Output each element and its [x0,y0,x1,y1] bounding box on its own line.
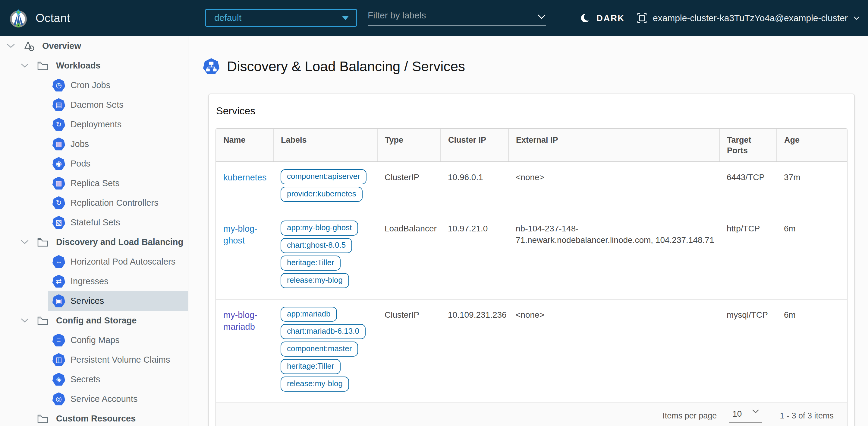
sidebar-item-workloads[interactable]: Workloads [0,56,188,76]
sidebar-item-label: Pods [70,159,90,169]
chevron-down-icon[interactable] [537,10,546,22]
theme-toggle-button[interactable]: DARK [580,0,625,36]
persistent-volume-claims-icon: ◫ [52,353,66,367]
sidebar-item-stateful-sets[interactable]: ▧ Stateful Sets [48,213,188,232]
sidebar-item-config-maps[interactable]: ≡ Config Maps [48,330,188,350]
sidebar-item-ingresses[interactable]: ⇄ Ingresses [48,272,188,291]
service-name-link[interactable]: my-blog-mariadb [223,310,257,332]
type-cell: LoadBalancer [377,213,441,299]
sidebar-item-label: Stateful Sets [70,218,120,227]
sidebar-item-horizontal-pod-autoscalers[interactable]: ⇔ Horizontal Pod Autoscalers [48,252,188,272]
label-pill[interactable]: app:my-blog-ghost [281,221,358,236]
sidebar-item-label: Workloads [56,61,101,70]
jobs-icon: ▦ [52,137,66,151]
deployments-icon: ↻ [52,118,66,132]
overview-icon [22,40,36,52]
label-pill[interactable]: chart:ghost-8.0.5 [281,238,352,253]
folder-icon [36,237,50,247]
column-header-type: Type [377,129,441,162]
sidebar-item-label: Services [70,296,104,306]
sidebar-item-label: Custom Resources [56,414,135,424]
chevron-down-icon[interactable] [19,318,31,323]
label-pill[interactable]: component:apiserver [281,169,367,184]
services-table: NameLabelsTypeCluster IPExternal IPTarge… [216,129,847,402]
sidebar-item-services[interactable]: ▣ Services [48,291,188,311]
external-ip-cell: <none> [508,299,719,402]
label-pill[interactable]: release:my-blog [281,376,349,392]
cluster-selector[interactable]: example-cluster-ka3TuTzYo4a@example-clus… [637,0,860,36]
namespace-select[interactable]: default [205,9,357,27]
table-row: my-blog-mariadb app:mariadbchart:mariadb… [216,299,847,402]
sidebar-item-config-and-storage[interactable]: Config and Storage [0,311,188,330]
chevron-down-icon[interactable] [19,239,31,245]
cluster-ip-cell: 10.96.0.1 [441,162,508,213]
age-cell: 6m [777,213,847,299]
sidebar-item-jobs[interactable]: ▦ Jobs [48,134,188,154]
cluster-ip-cell: 10.97.21.0 [441,213,508,299]
table-row: my-blog-ghost app:my-blog-ghostchart:gho… [216,213,847,299]
sidebar: Overview Workloads [0,36,188,426]
sidebar-item-overview[interactable]: Overview [0,36,188,56]
label-filter-input[interactable] [368,10,537,21]
label-pill[interactable]: heritage:Tiller [281,256,341,271]
label-pill[interactable]: component:master [281,342,358,357]
sidebar-item-label: Replica Sets [70,178,120,188]
service-accounts-icon: ◎ [52,392,66,406]
sidebar-item-custom-resources[interactable]: Custom Resources [0,409,188,426]
sidebar-item-deployments[interactable]: ↻ Deployments [48,115,188,134]
label-pill[interactable]: provider:kubernetes [281,187,363,202]
folder-icon [36,316,50,325]
sidebar-item-label: Config and Storage [56,316,136,325]
sidebar-item-label: Config Maps [70,335,120,345]
chevron-down-icon [752,409,759,414]
sidebar-item-label: Daemon Sets [70,100,124,110]
label-pill[interactable]: chart:mariadb-6.13.0 [281,324,366,339]
sidebar-item-label: Jobs [70,139,89,149]
sidebar-item-label: Ingresses [70,276,108,286]
items-per-page-value: 10 [733,409,742,419]
theme-toggle-label: DARK [596,13,625,23]
target-ports-cell: mysql/TCP [719,299,777,402]
sidebar-item-replica-sets[interactable]: ▥ Replica Sets [48,173,188,193]
stateful-sets-icon: ▧ [52,216,66,230]
sidebar-item-replication-controllers[interactable]: ↻ Replication Controllers [48,193,188,213]
sidebar-item-secrets[interactable]: ◈ Secrets [48,370,188,389]
sidebar-item-service-accounts[interactable]: ◎ Service Accounts [48,389,188,409]
chevron-down-icon[interactable] [19,63,31,68]
table-header-row: NameLabelsTypeCluster IPExternal IPTarge… [216,129,847,162]
column-header-target-ports: Target Ports [719,129,777,162]
sidebar-item-discovery-and-load-balancing[interactable]: Discovery and Load Balancing [0,232,188,252]
sidebar-item-label: Horizontal Pod Autoscalers [70,257,176,267]
age-cell: 6m [777,299,847,402]
column-header-age: Age [777,129,847,162]
service-name-link[interactable]: kubernetes [223,173,267,182]
sidebar-item-daemon-sets[interactable]: ▤ Daemon Sets [48,95,188,115]
secrets-icon: ◈ [52,373,66,387]
label-pill[interactable]: release:my-blog [281,273,349,288]
items-per-page-select[interactable]: 10 [730,409,762,423]
services-icon [203,58,220,75]
sidebar-item-cron-jobs[interactable]: ◷ Cron Jobs [48,76,188,95]
ingresses-icon: ⇄ [52,275,66,288]
chevron-down-icon[interactable] [5,44,17,49]
cron-jobs-icon: ◷ [52,79,66,92]
sidebar-item-label: Deployments [70,119,121,130]
octant-logo [8,8,28,28]
sidebar-item-label: Service Accounts [70,394,137,404]
service-name-link[interactable]: my-blog-ghost [223,224,257,245]
labels-cell: component:apiserverprovider:kubernetes [273,162,377,213]
namespace-value: default [214,13,241,23]
labels-cell: app:mariadbchart:mariadb-6.13.0component… [273,299,377,402]
label-pill[interactable]: app:mariadb [281,307,337,322]
label-pill[interactable]: heritage:Tiller [281,359,341,374]
cluster-ip-cell: 10.109.231.236 [441,299,508,402]
sidebar-item-label: Overview [42,41,81,51]
sidebar-item-label: Secrets [70,374,100,385]
card-title: Services [209,94,854,117]
label-filter [368,8,546,26]
sidebar-item-persistent-volume-claims[interactable]: ◫ Persistent Volume Claims [48,350,188,370]
column-header-name: Name [216,129,273,162]
sidebar-item-pods[interactable]: ◉ Pods [48,154,188,173]
sidebar-nav: Overview Workloads [0,36,188,426]
items-per-page-label: Items per page [662,411,717,421]
